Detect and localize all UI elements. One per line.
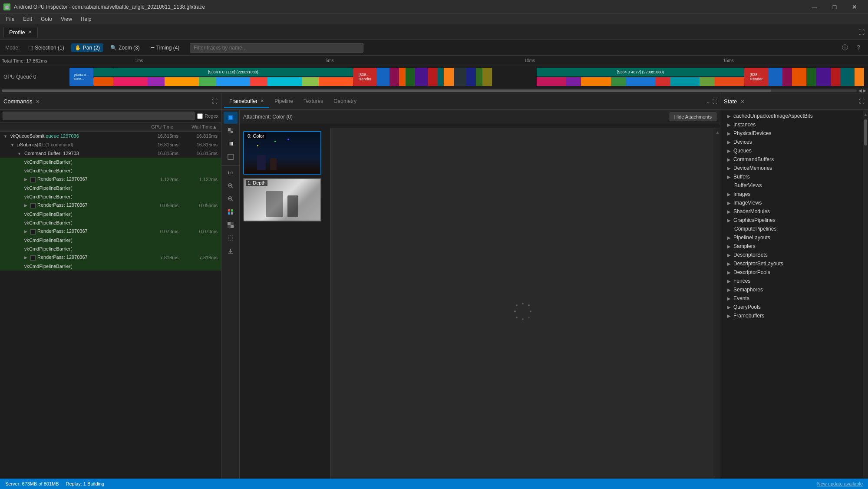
table-row[interactable]: ▶ RenderPass: 12970367 7.818ms 7.818ms bbox=[0, 253, 221, 262]
expand-arrow-icon: ▶ bbox=[727, 140, 731, 145]
tab-geometry[interactable]: Geometry bbox=[328, 96, 362, 108]
state-list[interactable]: ▶ cachedUnpackedImageAspectBits ▶ Instan… bbox=[720, 110, 863, 489]
list-item[interactable]: ▶ Buffers bbox=[720, 172, 863, 181]
list-item[interactable]: ▶ PhysicalDevices bbox=[720, 129, 863, 138]
table-row[interactable]: vkCmdPipelineBarrier( bbox=[0, 158, 221, 166]
svg-rect-22 bbox=[228, 225, 231, 228]
mode-pan-button[interactable]: ✋ Pan (2) bbox=[71, 43, 103, 52]
table-row[interactable]: ▼ Command Buffer: 129703 16.815ms 16.815… bbox=[0, 149, 221, 158]
list-item[interactable]: ▶ Queues bbox=[720, 146, 863, 155]
list-item[interactable]: ▶ Devices bbox=[720, 138, 863, 146]
tab-textures[interactable]: Textures bbox=[298, 96, 328, 108]
table-row[interactable]: ▶ RenderPass: 12970367 0.056ms 0.056ms bbox=[0, 201, 221, 210]
mode-zoom-button[interactable]: 🔍 Zoom (3) bbox=[107, 43, 143, 52]
update-link[interactable]: New update available bbox=[817, 481, 863, 486]
help-icon[interactable]: ? bbox=[854, 43, 863, 53]
state-close-button[interactable]: ✕ bbox=[740, 99, 745, 105]
profile-tab-close[interactable]: ✕ bbox=[28, 29, 32, 35]
table-row[interactable]: vkCmdPipelineBarrier( bbox=[0, 236, 221, 244]
list-item[interactable]: ▶ Framebuffers bbox=[720, 311, 863, 320]
commands-search-input[interactable] bbox=[3, 112, 195, 120]
list-item[interactable]: ▶ DescriptorSetLayouts bbox=[720, 259, 863, 268]
regex-checkbox-label[interactable]: Regex bbox=[197, 113, 218, 119]
table-row[interactable]: ▶ RenderPass: 12970367 0.073ms 0.073ms bbox=[0, 227, 221, 236]
fb-tool-zoom-in[interactable] bbox=[224, 180, 238, 192]
framebuffer-scrollbar-v[interactable]: ▲ ▼ bbox=[715, 128, 720, 489]
list-item[interactable]: ▶ GraphicsPipelines bbox=[720, 216, 863, 225]
profile-tab[interactable]: Profile ✕ bbox=[3, 27, 38, 37]
table-row[interactable]: vkCmdPipelineBarrier( bbox=[0, 218, 221, 227]
commands-expand-button[interactable]: ⛶ bbox=[212, 98, 218, 105]
menu-file[interactable]: File bbox=[2, 15, 19, 23]
state-scrollbar[interactable]: ▲ bbox=[863, 110, 868, 489]
mode-timing-button[interactable]: ⊢ Timing (4) bbox=[147, 43, 183, 52]
list-item[interactable]: ▶ QueryPools bbox=[720, 303, 863, 311]
attachment-color-thumb[interactable]: 0: Color bbox=[243, 131, 321, 175]
list-item[interactable]: ▶ DeviceMemories bbox=[720, 164, 863, 172]
close-button[interactable]: ✕ bbox=[845, 0, 865, 14]
svg-rect-3 bbox=[231, 128, 233, 131]
menu-edit[interactable]: Edit bbox=[19, 15, 36, 23]
list-item[interactable]: ▶ Instances bbox=[720, 120, 863, 129]
table-row[interactable]: vkCmdPipelineBarrier( bbox=[0, 192, 221, 201]
maximize-button[interactable]: □ bbox=[825, 0, 845, 14]
framebuffer-tab-close[interactable]: ✕ bbox=[260, 98, 264, 104]
fb-tool-1to1[interactable]: 1:1 bbox=[224, 167, 238, 179]
commands-list[interactable]: ▼ vkQueueSubmit queue 1297036 16.815ms 1… bbox=[0, 132, 221, 489]
fb-tool-select[interactable] bbox=[224, 151, 238, 163]
list-item[interactable]: ▶ Fences bbox=[720, 277, 863, 285]
filter-tracks-input[interactable] bbox=[190, 43, 363, 53]
attachments-list: 0: Color 1: Depth bbox=[240, 128, 331, 489]
fb-tool-alpha[interactable] bbox=[224, 125, 238, 137]
gpu-queue-track[interactable]: [5384 0...Binn... [5384 0 0 1110] (2280x… bbox=[69, 66, 868, 88]
list-item[interactable]: ▶ ImageViews bbox=[720, 198, 863, 207]
list-item[interactable]: ComputePipelines bbox=[720, 225, 863, 233]
framebuffer-view-area[interactable]: ▲ ▼ bbox=[331, 128, 720, 489]
fb-tool-channels[interactable] bbox=[224, 206, 238, 218]
profile-tab-area: Profile ✕ ⛶ bbox=[0, 24, 868, 40]
state-expand-button[interactable]: ⛶ bbox=[859, 98, 865, 105]
menu-goto[interactable]: Goto bbox=[36, 15, 56, 23]
commands-close-button[interactable]: ✕ bbox=[36, 99, 40, 105]
info-icon[interactable]: ⓘ bbox=[839, 43, 851, 53]
list-item[interactable]: ▶ Samplers bbox=[720, 242, 863, 251]
mode-selection-button[interactable]: ⬚ Selection (1) bbox=[25, 43, 67, 52]
tab-pipeline[interactable]: Pipeline bbox=[269, 96, 298, 108]
hide-attachments-button[interactable]: Hide Attachments bbox=[670, 112, 716, 121]
timeline-scrollbar[interactable]: ◀ ▶ bbox=[0, 88, 868, 93]
list-item[interactable]: ▶ cachedUnpackedImageAspectBits bbox=[720, 112, 863, 120]
tabs-overflow-icon[interactable]: ⌄ bbox=[706, 99, 710, 105]
table-row[interactable]: vkCmdPipelineBarrier( bbox=[0, 166, 221, 175]
list-item[interactable]: ▶ Semaphores bbox=[720, 285, 863, 294]
table-row[interactable]: vkCmdPipelineBarrier( bbox=[0, 244, 221, 253]
list-item[interactable]: ▶ ShaderModules bbox=[720, 207, 863, 216]
fb-tool-crop[interactable] bbox=[224, 232, 238, 244]
center-panel-expand-button[interactable]: ⛶ bbox=[712, 99, 717, 105]
list-item[interactable]: ▶ Events bbox=[720, 294, 863, 303]
menu-view[interactable]: View bbox=[56, 15, 76, 23]
table-row[interactable]: vkCmdPipelineBarrier( bbox=[0, 210, 221, 218]
list-item[interactable]: BufferViews bbox=[720, 181, 863, 190]
table-row[interactable]: ▶ RenderPass: 12970367 1.122ms 1.122ms bbox=[0, 175, 221, 184]
fb-tool-checker[interactable] bbox=[224, 219, 238, 231]
table-row[interactable]: vkCmdPipelineBarrier( bbox=[0, 262, 221, 271]
list-item[interactable]: ▶ CommandBuffers bbox=[720, 155, 863, 164]
list-item[interactable]: ▶ DescriptorPools bbox=[720, 268, 863, 277]
fb-tool-color[interactable] bbox=[224, 112, 238, 124]
table-row[interactable]: vkCmdPipelineBarrier( bbox=[0, 184, 221, 192]
table-row[interactable]: ▼ vkQueueSubmit queue 1297036 16.815ms 1… bbox=[0, 132, 221, 140]
list-item[interactable]: ▶ DescriptorSets bbox=[720, 251, 863, 259]
regex-checkbox[interactable] bbox=[197, 113, 203, 119]
minimize-button[interactable]: ─ bbox=[805, 0, 825, 14]
fb-tool-download[interactable] bbox=[224, 245, 238, 257]
attachment-depth-thumb[interactable]: 1: Depth bbox=[243, 178, 321, 221]
list-item[interactable]: ▶ Images bbox=[720, 190, 863, 198]
tab-framebuffer[interactable]: Framebuffer ✕ bbox=[224, 96, 269, 108]
framebuffer-content: 1:1 bbox=[221, 110, 720, 489]
profile-fullscreen-button[interactable]: ⛶ bbox=[858, 29, 865, 36]
list-item[interactable]: ▶ PipelineLayouts bbox=[720, 233, 863, 242]
menu-help[interactable]: Help bbox=[76, 15, 96, 23]
fb-tool-zoom-out[interactable] bbox=[224, 193, 238, 205]
table-row[interactable]: ▼ pSubmits[0]: (1 command) 16.815ms 16.8… bbox=[0, 140, 221, 149]
fb-tool-grayscale[interactable] bbox=[224, 138, 238, 150]
